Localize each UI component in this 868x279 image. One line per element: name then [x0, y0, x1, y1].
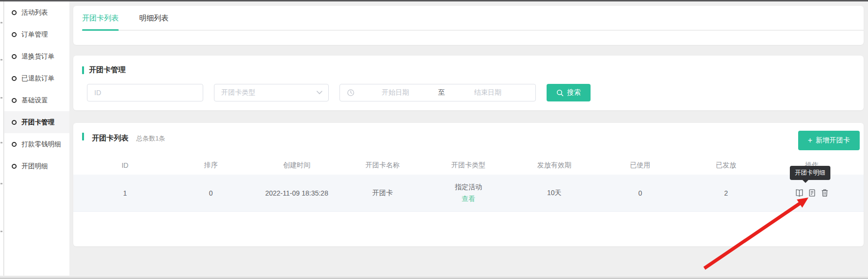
list-section-title: 开团卡列表 总条数1条 [82, 133, 165, 143]
cell-actions [769, 189, 855, 197]
section-marker [82, 133, 84, 140]
sidebar-item-label: 活动列表 [21, 8, 48, 17]
date-range-separator: 至 [436, 88, 447, 97]
sidebar-item-label: 打款零钱明细 [21, 140, 61, 149]
radio-circle-icon [12, 76, 17, 81]
tooltip-group-card-detail: 开团卡明细 [790, 166, 830, 180]
section-marker [82, 66, 84, 74]
group-card-detail-book-icon[interactable] [795, 189, 804, 197]
cell-sort: 0 [168, 189, 254, 197]
column-header-used: 已使用 [597, 161, 683, 170]
add-group-card-button[interactable]: + 新增开团卡 [798, 131, 860, 150]
search-button[interactable]: 搜索 [547, 84, 591, 101]
admin-page: 活动列表 订单管理 退换货订单 已退款订单 基础设置 开团卡管理 打款零钱明细 [0, 0, 868, 279]
sidebar-item-label: 基础设置 [21, 96, 48, 105]
cell-validity: 10天 [511, 189, 597, 198]
start-date-placeholder[interactable]: 开始日期 [355, 88, 436, 97]
clock-icon [347, 89, 355, 97]
cell-created: 2022-11-09 18:35:28 [254, 189, 340, 197]
column-header-issued: 已发放 [683, 161, 769, 170]
tooltip-text: 开团卡明细 [795, 169, 826, 176]
sidebar-item-group-card-management[interactable]: 开团卡管理 [4, 111, 69, 133]
cell-type: 指定活动 查看 [425, 183, 511, 203]
sidebar-item-order-management[interactable]: 订单管理 [4, 23, 69, 45]
radio-circle-icon [12, 120, 17, 125]
plus-icon: + [808, 136, 812, 145]
sidebar-item-label: 退换货订单 [21, 52, 55, 61]
card-type-placeholder: 开团卡类型 [221, 88, 255, 97]
sidebar-item-basic-settings[interactable]: 基础设置 [4, 89, 69, 111]
tab-detail-list[interactable]: 明细列表 [139, 14, 169, 30]
list-title-text: 开团卡列表 [92, 134, 128, 143]
column-header-type: 开团卡类型 [425, 161, 511, 170]
card-type-value: 指定活动 [455, 183, 482, 192]
sidebar-item-return-orders[interactable]: 退换货订单 [4, 45, 69, 67]
radio-circle-icon [12, 164, 17, 169]
column-header-created: 创建时间 [254, 161, 340, 170]
radio-circle-icon [12, 142, 17, 147]
table-card: 开团卡列表 总条数1条 + 新增开团卡 ID 排序 创建时间 开团卡名称 开团卡… [73, 123, 864, 246]
filter-row: 开团卡类型 开始日期 至 结束日期 搜索 [87, 84, 591, 101]
sidebar-item-label: 开团明细 [21, 162, 48, 171]
radio-circle-icon [12, 10, 17, 15]
delete-trash-icon[interactable] [821, 189, 829, 197]
date-range-picker[interactable]: 开始日期 至 结束日期 [339, 84, 536, 101]
tab-bar: 开团卡列表 明细列表 [82, 14, 864, 31]
window-bottom-edge [0, 277, 868, 279]
clipped-left-panel [0, 1, 4, 276]
filter-card: 开团卡管理 开团卡类型 开始日期 至 结束日期 搜索 [73, 56, 864, 110]
tabs-card: 开团卡列表 明细列表 [73, 6, 864, 45]
tab-group-card-list[interactable]: 开团卡列表 [82, 14, 119, 30]
column-header-sort: 排序 [168, 161, 254, 170]
radio-circle-icon [12, 98, 17, 103]
sidebar-item-group-detail[interactable]: 开团明细 [4, 155, 69, 177]
cell-name: 开团卡 [339, 189, 425, 198]
sidebar-item-label: 订单管理 [21, 30, 48, 39]
radio-circle-icon [12, 54, 17, 59]
edit-document-icon[interactable] [808, 189, 816, 197]
sidebar-item-label: 开团卡管理 [21, 118, 55, 127]
view-link[interactable]: 查看 [462, 195, 475, 203]
sidebar-item-activity-list[interactable]: 活动列表 [4, 1, 69, 23]
cell-used: 0 [597, 189, 683, 197]
column-header-validity: 发放有效期 [511, 161, 597, 170]
sidebar-item-transfer-change-detail[interactable]: 打款零钱明细 [4, 133, 69, 155]
total-count-label: 总条数1条 [136, 134, 165, 143]
table-header-row: ID 排序 创建时间 开团卡名称 开团卡类型 发放有效期 已使用 已发放 操作 [82, 158, 855, 173]
cell-issued: 2 [683, 189, 769, 197]
sidebar: 活动列表 订单管理 退换货订单 已退款订单 基础设置 开团卡管理 打款零钱明细 [4, 1, 69, 276]
window-top-edge [0, 0, 868, 1]
add-button-label: 新增开团卡 [816, 136, 850, 145]
chevron-down-icon [317, 91, 322, 95]
sidebar-item-refunded-orders[interactable]: 已退款订单 [4, 67, 69, 89]
search-button-label: 搜索 [567, 88, 581, 97]
column-header-name: 开团卡名称 [339, 161, 425, 170]
end-date-placeholder[interactable]: 结束日期 [447, 88, 529, 97]
cell-id: 1 [82, 189, 168, 197]
filter-title-text: 开团卡管理 [89, 65, 126, 75]
column-header-id: ID [82, 161, 168, 169]
id-input[interactable] [94, 89, 196, 97]
id-field[interactable] [87, 84, 203, 101]
table-row: 1 0 2022-11-09 18:35:28 开团卡 指定活动 查看 10天 … [73, 175, 864, 212]
radio-circle-icon [12, 32, 17, 37]
search-icon [556, 89, 564, 97]
card-type-select[interactable]: 开团卡类型 [214, 84, 329, 101]
filter-section-title: 开团卡管理 [82, 65, 126, 75]
sidebar-item-label: 已退款订单 [21, 74, 55, 83]
